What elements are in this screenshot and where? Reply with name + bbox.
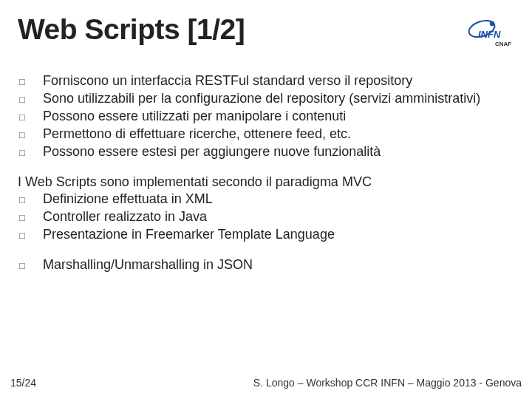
- list-item: □ Marshalling/Unmarshalling in JSON: [18, 256, 514, 273]
- bullet-text: Presentazione in Freemarker Template Lan…: [43, 226, 514, 243]
- bullet-icon: □: [18, 143, 43, 160]
- bullet-icon: □: [18, 90, 43, 106]
- bullet-icon: □: [18, 191, 43, 207]
- bullet-icon: □: [18, 108, 43, 124]
- page-number: 15/24: [10, 377, 36, 389]
- bullet-text: Possono essere utilizzati per manipolare…: [43, 108, 514, 125]
- bullet-text: Possono essere estesi per aggiungere nuo…: [43, 143, 514, 160]
- bullet-text: Controller realizzato in Java: [43, 208, 514, 225]
- svg-point-1: [490, 21, 494, 26]
- title-row: Web Scripts [1/2] INFN CNAF: [18, 13, 514, 53]
- bullet-text: Permettono di effettuare ricerche, otten…: [43, 126, 514, 143]
- list-item: □ Sono utilizzabili per la configurazion…: [18, 90, 514, 107]
- bullet-icon: □: [18, 256, 43, 273]
- bullet-text: Definizione effettuata in XML: [43, 191, 514, 208]
- list-item: □ Forniscono un interfaccia RESTFul stan…: [18, 72, 514, 89]
- bullet-text: Forniscono un interfaccia RESTFul standa…: [43, 72, 514, 89]
- footer-text: S. Longo – Workshop CCR INFN – Maggio 20…: [253, 377, 522, 389]
- list-item: □ Possono essere estesi per aggiungere n…: [18, 143, 514, 160]
- bullet-icon: □: [18, 226, 43, 242]
- logo-sub-text: CNAF: [495, 41, 511, 47]
- bullet-icon: □: [18, 72, 43, 89]
- slide: Web Scripts [1/2] INFN CNAF □ Forniscono…: [0, 0, 532, 399]
- list-item: □ Possono essere utilizzati per manipola…: [18, 108, 514, 125]
- bullet-icon: □: [18, 126, 43, 142]
- infn-logo: INFN CNAF: [466, 15, 517, 53]
- content-area: □ Forniscono un interfaccia RESTFul stan…: [18, 72, 514, 273]
- logo-main-text: INFN: [478, 29, 501, 40]
- list-item: □ Controller realizzato in Java: [18, 208, 514, 225]
- list-item: □ Definizione effettuata in XML: [18, 191, 514, 208]
- bullet-icon: □: [18, 208, 43, 225]
- slide-title: Web Scripts [1/2]: [18, 13, 245, 46]
- intro-line: I Web Scripts sono implementati secondo …: [18, 174, 514, 191]
- list-item: □ Permettono di effettuare ricerche, ott…: [18, 126, 514, 143]
- bullet-text: Marshalling/Unmarshalling in JSON: [43, 256, 514, 273]
- bullet-text: Sono utilizzabili per la configurazione …: [43, 90, 514, 107]
- list-item: □ Presentazione in Freemarker Template L…: [18, 226, 514, 243]
